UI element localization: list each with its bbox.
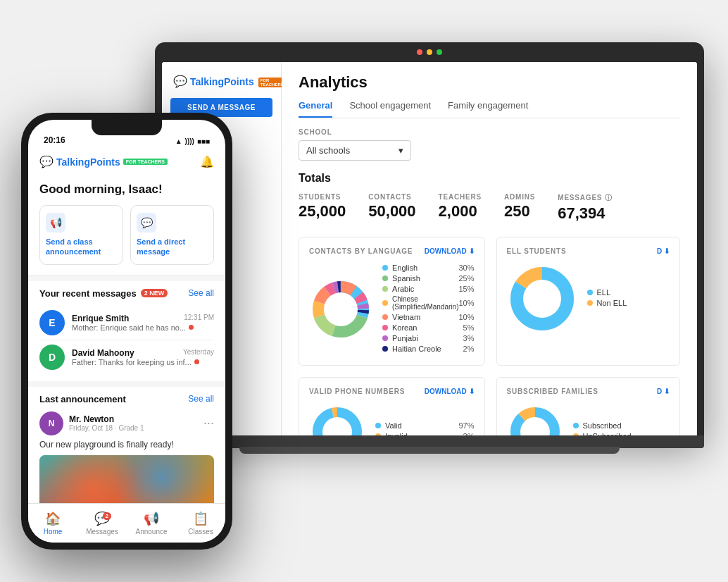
- legend-languages: English30% Spanish25% Arabic15% Chinese …: [382, 264, 475, 355]
- donut-chart-ell: [507, 264, 577, 334]
- minimize-dot: [427, 49, 432, 55]
- logo-text: 💬 Analytics TalkingPoints FOR TEACHERS: [173, 75, 286, 88]
- recent-messages-title: Your recent messages 2 NEW: [39, 288, 168, 299]
- announcement-author: N Mr. Newton Friday, Oct 18 · Grade 1 ··…: [39, 411, 214, 435]
- unread-indicator: [189, 325, 194, 330]
- tab-family-engagement[interactable]: Family engagement: [448, 100, 528, 118]
- announcement-author-name: Mr. Newton: [69, 414, 198, 424]
- tab-general[interactable]: General: [299, 100, 332, 118]
- total-admins-value: 250: [504, 202, 535, 221]
- notification-bell-icon[interactable]: 🔔: [200, 155, 214, 168]
- message-name-enrique: Enrique Smith 12:31 PM: [72, 314, 214, 323]
- tab-school-engagement[interactable]: School engagement: [349, 100, 431, 118]
- donut-chart-phones: [309, 404, 365, 437]
- phone-inner: 20:16 ▲ )))) ■■■ 💬 TalkingPoints FOR TEA…: [28, 120, 225, 543]
- chart-subscribed-header: SUBSCRIBED FAMILIES D ⬇: [507, 388, 670, 395]
- total-students: STUDENTS 25,000: [299, 193, 346, 223]
- download-ell-button[interactable]: D ⬇: [657, 247, 670, 255]
- announcement-text: Our new playground is finally ready!: [39, 440, 214, 450]
- desktop-app: 💬 Analytics TalkingPoints FOR TEACHERS S…: [162, 62, 697, 437]
- nav-messages-label: Messages: [86, 528, 118, 535]
- action-announcement-label: Send a class announcement: [46, 237, 117, 257]
- greeting-text: Good morning, Isaac!: [39, 182, 214, 197]
- total-teachers: TEACHERS 2,000: [439, 193, 482, 223]
- analytics-tabs: General School engagement Family engagem…: [299, 100, 680, 118]
- total-admins: ADMINS 250: [504, 193, 535, 223]
- legend-phones: Valid97% Invalid3%: [375, 421, 475, 437]
- new-messages-badge: 2 NEW: [141, 289, 168, 297]
- avatar-newton: N: [39, 411, 63, 435]
- action-cards: 📢 Send a class announcement 💬 Send a dir…: [39, 205, 214, 265]
- phone-header: 💬 TalkingPoints FOR TEACHERS 🔔: [28, 149, 225, 175]
- total-contacts: CONTACTS 50,000: [368, 193, 415, 223]
- nav-classes-label: Classes: [188, 528, 213, 535]
- download-subscribed-button[interactable]: D ⬇: [657, 388, 670, 395]
- chart-ell-title: ELL STUDENTS: [507, 247, 567, 255]
- chart-phones-title: VALID PHONE NUMBERS: [309, 388, 405, 395]
- total-contacts-label: CONTACTS: [368, 193, 415, 201]
- unread-indicator-david: [194, 359, 199, 364]
- nav-messages[interactable]: 💬 2 Messages: [77, 511, 127, 535]
- signal-icon: ▲: [175, 137, 182, 145]
- chart-subscribed-families: SUBSCRIBED FAMILIES D ⬇ Subscribed: [496, 377, 680, 437]
- school-filter-label: SCHOOL: [299, 128, 680, 136]
- messages-badge: 2: [103, 512, 111, 520]
- announcement-icon: 📢: [46, 213, 65, 233]
- nav-announce[interactable]: 📢 Announce: [127, 511, 176, 535]
- action-card-announcement[interactable]: 📢 Send a class announcement: [39, 205, 123, 265]
- chart-contacts-body: English30% Spanish25% Arabic15% Chinese …: [309, 264, 475, 355]
- see-all-announcements-link[interactable]: See all: [188, 394, 214, 404]
- message-name-david: David Mahoony Yesterday: [72, 348, 214, 358]
- analytics-main: Analytics General School engagement Fami…: [282, 62, 697, 437]
- totals-grid: STUDENTS 25,000 CONTACTS 50,000 TEACHERS…: [299, 193, 680, 223]
- phone-notch: [92, 120, 162, 135]
- see-all-messages-link[interactable]: See all: [188, 288, 214, 298]
- nav-classes[interactable]: 📋 Classes: [176, 511, 225, 535]
- school-select[interactable]: All schools ▾: [299, 140, 411, 161]
- more-options-icon[interactable]: ···: [203, 416, 214, 431]
- action-card-message[interactable]: 💬 Send a direct message: [130, 205, 214, 265]
- avatar-david: D: [39, 345, 65, 370]
- home-icon: 🏠: [45, 511, 61, 526]
- battery-icon: ■■■: [197, 137, 210, 145]
- total-students-value: 25,000: [299, 202, 346, 221]
- legend-ell: ELL Non ELL: [587, 288, 670, 309]
- total-students-label: STUDENTS: [299, 193, 346, 201]
- total-admins-label: ADMINS: [504, 193, 535, 201]
- recent-messages-section: Your recent messages 2 NEW See all E Enr…: [28, 281, 225, 381]
- analytics-title: Analytics: [299, 73, 680, 92]
- announcement-date: Friday, Oct 18 · Grade 1: [69, 424, 198, 432]
- message-info-david: David Mahoony Yesterday Father: Thanks f…: [72, 348, 214, 366]
- download-phones-button[interactable]: DOWNLOAD ⬇: [425, 388, 475, 395]
- greeting-section: Good morning, Isaac! 📢 Send a class anno…: [28, 175, 225, 275]
- laptop-foot: [239, 447, 620, 454]
- total-teachers-label: TEACHERS: [439, 193, 482, 201]
- maximize-dot: [437, 49, 442, 55]
- announcement-section-title: Last announcement: [39, 394, 126, 404]
- classes-icon: 📋: [193, 511, 208, 526]
- message-icon: 💬: [137, 213, 156, 233]
- message-item-enrique[interactable]: E Enrique Smith 12:31 PM Mother: Enrique…: [39, 306, 214, 340]
- sidebar-logo: 💬 Analytics TalkingPoints FOR TEACHERS: [162, 69, 281, 98]
- announcement-meta: Mr. Newton Friday, Oct 18 · Grade 1: [69, 414, 198, 432]
- message-time-david: Yesterday: [183, 348, 214, 358]
- phone-logo: 💬 TalkingPoints FOR TEACHERS: [39, 155, 168, 168]
- announcement-image: [39, 455, 214, 503]
- phone-frame: 20:16 ▲ )))) ■■■ 💬 TalkingPoints FOR TEA…: [21, 113, 232, 550]
- total-messages-label: MESSAGES ⓘ: [558, 193, 612, 203]
- announcement-header: Last announcement See all: [39, 394, 214, 404]
- chart-contacts-title: CONTACTS BY LANGUAGE: [309, 247, 413, 255]
- chart-phones-body: Valid97% Invalid3%: [309, 404, 475, 437]
- logo-icon: 💬: [39, 155, 54, 168]
- chart-contacts-by-language: CONTACTS BY LANGUAGE DOWNLOAD ⬇: [299, 237, 485, 366]
- message-item-david[interactable]: D David Mahoony Yesterday Father: Thanks…: [39, 340, 214, 374]
- nav-home[interactable]: 🏠 Home: [28, 511, 77, 535]
- total-teachers-value: 2,000: [439, 202, 482, 221]
- announcement-item: N Mr. Newton Friday, Oct 18 · Grade 1 ··…: [39, 411, 214, 503]
- chart-ell-body: ELL Non ELL: [507, 264, 670, 334]
- download-contacts-button[interactable]: DOWNLOAD ⬇: [425, 247, 475, 255]
- recent-messages-header: Your recent messages 2 NEW See all: [39, 288, 214, 299]
- close-dot: [417, 49, 422, 55]
- wifi-icon: )))): [185, 137, 194, 145]
- chart-phones-header: VALID PHONE NUMBERS DOWNLOAD ⬇: [309, 388, 475, 395]
